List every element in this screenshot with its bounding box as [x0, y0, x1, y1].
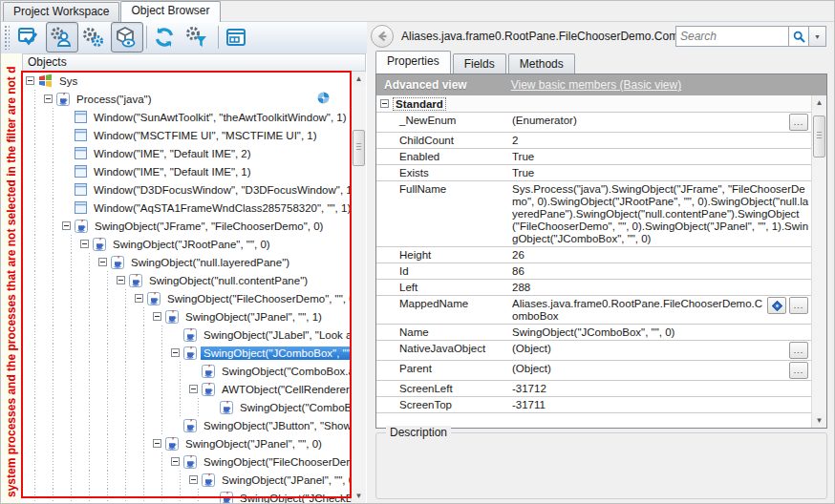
property-row-name[interactable]: NameSwingObject("JComboBox", "", 0) — [376, 325, 811, 341]
tree-scrollbar[interactable]: ▲ ▼ — [351, 72, 366, 503]
tree-row[interactable]: SwingObject("ComboBo — [22, 398, 351, 416]
minus-box-icon[interactable] — [135, 294, 143, 303]
ellipsis-button[interactable]: ... — [789, 114, 808, 131]
scroll-up-icon[interactable]: ▲ — [352, 72, 366, 86]
property-row-screentop[interactable]: ScreenTop-31711 — [376, 397, 811, 413]
tree-node-label[interactable]: SwingObject("JPanel", "", 1) — [182, 310, 325, 324]
tree-node-label[interactable]: Window("IME", "Default IME", 2) — [91, 147, 254, 160]
tree-row[interactable]: SwingObject("JCheckB — [22, 489, 351, 503]
grid-scrollbar-track[interactable] — [812, 110, 826, 413]
tree-row[interactable]: Window("AqSTA1FrameWndClass285758320", "… — [22, 199, 351, 217]
tree-node-label[interactable]: Process("java") — [74, 93, 154, 106]
collapse-node-icon[interactable] — [26, 76, 38, 85]
collapse-node-icon[interactable] — [189, 385, 202, 393]
tree-node-label[interactable]: SwingObject("JFrame", "FileChooserDemo",… — [92, 220, 326, 233]
tree-row[interactable]: Window("MSCTFIME UI", "MSCTFIME UI", 1) — [22, 126, 351, 144]
grid-scrollbar[interactable]: ▲ ▼ — [811, 95, 826, 428]
tree-row[interactable]: Window("IME", "Default IME", 2) — [22, 144, 351, 162]
collapse-node-icon[interactable] — [153, 312, 165, 321]
tab-properties[interactable]: Properties — [375, 51, 451, 74]
grid-scrollbar-thumb[interactable] — [813, 116, 825, 158]
tree-scrollbar-track[interactable] — [352, 86, 366, 489]
collapse-node-icon[interactable] — [189, 475, 202, 484]
property-row-fullname[interactable]: FullNameSys.Process("java").SwingObject(… — [376, 181, 811, 247]
tree-row[interactable]: Sys — [22, 72, 351, 90]
collapse-node-icon[interactable] — [171, 457, 183, 466]
tab-project-workspace[interactable]: Project Workspace — [3, 2, 119, 21]
tree-scrollbar-thumb[interactable] — [353, 130, 365, 166]
property-group-row[interactable]: Standard — [376, 95, 811, 113]
tree-row[interactable]: SwingObject("FileChooserDemo — [22, 452, 351, 471]
search-input[interactable] — [675, 26, 788, 47]
property-row-childcount[interactable]: ChildCount2 — [376, 133, 811, 149]
tree-node-label[interactable]: Window("AqSTA1FrameWndClass285758320", "… — [91, 201, 351, 215]
property-row-id[interactable]: Id86 — [376, 263, 811, 280]
tree-node-label[interactable]: SwingObject("JRootPane", "", 0) — [110, 238, 273, 251]
tree-row[interactable]: SwingObject("JComboBox", "", — [22, 344, 351, 362]
tree-node-label[interactable]: SwingObject("FileChooserDemo — [201, 455, 351, 469]
minus-box-icon[interactable] — [153, 439, 161, 448]
tree-node-label[interactable]: SwingObject("ComboBo — [237, 401, 351, 414]
tree-node-label[interactable]: Window("IME", "Default IME", 1) — [91, 165, 254, 178]
objects-panel-header[interactable]: Objects — [22, 53, 366, 72]
minus-box-icon[interactable] — [80, 240, 89, 248]
collapse-node-icon[interactable] — [62, 221, 75, 230]
tree-node-label[interactable]: SwingObject("JComboBox", "", — [201, 346, 351, 360]
property-row-_newenum[interactable]: _NewEnum(Enumerator)... — [376, 113, 811, 133]
tree-node-label[interactable]: SwingObject("FileChooserDemo", "", 0) — [164, 292, 351, 305]
property-row-left[interactable]: Left288 — [376, 280, 811, 296]
tab-methods[interactable]: Methods — [508, 53, 575, 74]
tree-node-label[interactable]: SwingObject("JCheckB — [237, 492, 351, 504]
minus-box-icon[interactable] — [171, 348, 180, 357]
collapse-node-icon[interactable] — [153, 439, 165, 448]
tree-node-label[interactable]: SwingObject("null.contentPane") — [146, 274, 310, 287]
minus-box-icon[interactable] — [44, 94, 53, 103]
panel-layout-button[interactable] — [222, 22, 254, 52]
tree-row[interactable]: SwingObject("null.layeredPane") — [22, 253, 351, 271]
basic-view-link[interactable]: View basic members (Basic view) — [511, 78, 682, 92]
show-process-tree-button[interactable] — [46, 22, 78, 52]
tree-node-label[interactable]: SwingObject("JLabel", "Look an — [201, 328, 351, 342]
tree-row[interactable]: SwingObject("FileChooserDemo", "", 0) — [22, 289, 351, 307]
scroll-down-icon[interactable]: ▼ — [352, 489, 366, 503]
property-row-mappedname[interactable]: MappedNameAliases.java.frame0.RootPane.F… — [376, 296, 811, 325]
tree-row[interactable]: SwingObject("JButton", "Show — [22, 416, 351, 434]
collapse-node-icon[interactable] — [80, 240, 93, 248]
map-diamond-button[interactable] — [767, 297, 786, 314]
tree-row[interactable]: AWTObject("CellRendererP — [22, 380, 351, 398]
tree-node-label[interactable]: Window("D3DFocusWindow", "D3DFocusWindow… — [91, 183, 351, 197]
tree-row[interactable]: SwingObject("ComboBox.a — [22, 362, 351, 380]
tree-row[interactable]: SwingObject("JFrame", "FileChooserDemo",… — [22, 217, 351, 235]
tree-node-label[interactable]: Sys — [56, 74, 80, 88]
tree-node-label[interactable]: Window("MSCTFIME UI", "MSCTFIME UI", 1) — [91, 129, 320, 142]
select-object-button[interactable] — [13, 22, 46, 52]
minus-box-icon[interactable] — [26, 76, 34, 85]
search-icon[interactable] — [788, 26, 808, 47]
tree-node-label[interactable]: SwingObject("JButton", "Show — [201, 419, 351, 432]
ellipsis-button[interactable]: ... — [789, 297, 808, 314]
scroll-down-icon[interactable]: ▼ — [812, 413, 826, 428]
back-button[interactable] — [370, 24, 395, 49]
collapse-node-icon[interactable] — [117, 276, 129, 284]
property-row-screenleft[interactable]: ScreenLeft-31712 — [376, 381, 811, 397]
tree-row[interactable]: SwingObject("JRootPane", "", 0) — [22, 235, 351, 253]
minus-box-icon[interactable] — [189, 385, 198, 393]
minus-box-icon[interactable] — [189, 475, 198, 484]
tree-row[interactable]: SwingObject("JPanel", "", 0) — [22, 434, 351, 452]
property-row-height[interactable]: Height26 — [376, 247, 811, 263]
tree-row[interactable]: SwingObject("JPanel", "", 1) — [22, 307, 351, 326]
tree-row[interactable]: SwingObject("JPanel", "", 0 — [22, 471, 351, 489]
property-row-nativejavaobject[interactable]: NativeJavaObject(Object)... — [376, 341, 811, 361]
tree-node-label[interactable]: SwingObject("JPanel", "", 0) — [182, 437, 325, 451]
property-row-exists[interactable]: ExistsTrue — [376, 165, 811, 181]
scroll-up-icon[interactable]: ▲ — [812, 95, 826, 110]
collapse-node-icon[interactable] — [44, 94, 56, 103]
collapse-node-icon[interactable] — [135, 294, 147, 303]
tree-row[interactable]: Window("IME", "Default IME", 1) — [22, 162, 351, 180]
property-row-parent[interactable]: Parent(Object)... — [376, 361, 811, 381]
property-row-enabled[interactable]: EnabledTrue — [376, 149, 811, 165]
tree-row[interactable]: SwingObject("JLabel", "Look an — [22, 326, 351, 344]
tab-object-browser[interactable]: Object Browser — [120, 1, 220, 22]
minus-box-icon[interactable] — [117, 276, 125, 284]
view-object-button[interactable] — [111, 22, 143, 52]
